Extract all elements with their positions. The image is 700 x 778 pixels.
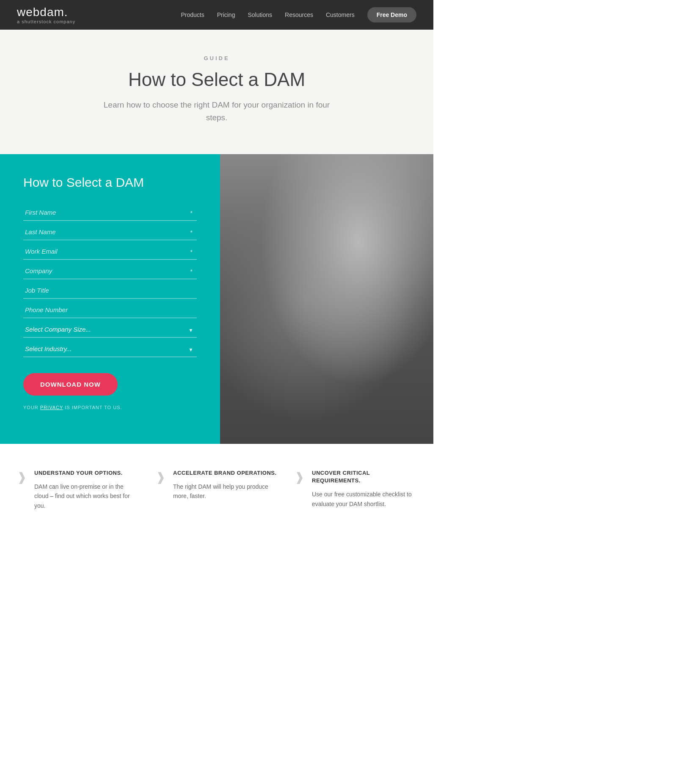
svg-point-39 — [357, 257, 392, 275]
hero-section: GUIDE How to Select a DAM Learn how to c… — [0, 30, 433, 154]
svg-text:Marketing: Marketing — [353, 230, 368, 234]
svg-rect-48 — [237, 409, 258, 435]
feature-2-title: ACCELERATE BRAND OPERATIONS. — [173, 469, 278, 477]
first-name-input[interactable] — [23, 205, 197, 221]
hero-image: DAM Marketing Design Distributors Sales — [220, 154, 433, 444]
logo-subtitle: a shutterstock company — [17, 19, 75, 24]
chevron-right-icon-3: ❱ — [295, 470, 304, 484]
svg-text:Design: Design — [413, 227, 423, 231]
svg-rect-0 — [220, 155, 433, 443]
work-email-input[interactable] — [23, 244, 197, 260]
svg-rect-22 — [283, 323, 327, 326]
feature-3-title: UNCOVER CRITICAL REQUIREMENTS. — [312, 469, 416, 485]
chevron-right-icon-1: ❱ — [17, 470, 27, 484]
nav-customers[interactable]: Customers — [326, 11, 355, 18]
svg-marker-36 — [364, 307, 372, 358]
svg-line-9 — [364, 231, 385, 240]
nav-pricing[interactable]: Pricing — [217, 11, 235, 18]
svg-text:Distributors: Distributors — [351, 264, 368, 268]
svg-rect-35 — [366, 307, 383, 350]
logo-area: webdam. a shutterstock company — [17, 6, 75, 24]
privacy-text-before: YOUR — [23, 405, 40, 410]
company-size-select[interactable]: Select Company Size... 1-50 51-200 201-1… — [23, 321, 197, 338]
work-email-group: * — [23, 244, 197, 260]
hero-title: How to Select a DAM — [17, 69, 416, 90]
svg-rect-42 — [376, 279, 385, 285]
job-title-input[interactable] — [23, 282, 197, 299]
last-name-input[interactable] — [23, 224, 197, 240]
feature-2-desc: The right DAM will help you produce more… — [173, 482, 278, 501]
privacy-text-after: IS IMPORTANT TO US. — [63, 405, 122, 410]
first-name-group: * — [23, 205, 197, 221]
svg-point-49 — [237, 406, 258, 413]
svg-rect-33 — [377, 363, 389, 413]
svg-point-27 — [289, 259, 321, 280]
feature-3-content: UNCOVER CRITICAL REQUIREMENTS. Use our f… — [312, 469, 416, 509]
svg-rect-31 — [322, 337, 339, 360]
svg-rect-3 — [349, 191, 430, 322]
svg-point-20 — [281, 295, 328, 371]
phone-number-group — [23, 302, 197, 318]
privacy-notice: YOUR PRIVACY IS IMPORTANT TO US. — [23, 405, 197, 410]
features-section: ❱ UNDERSTAND YOUR OPTIONS. DAM can live … — [0, 444, 433, 536]
required-star: * — [190, 210, 193, 216]
feature-3: ❱ UNCOVER CRITICAL REQUIREMENTS. Use our… — [295, 469, 416, 510]
form-panel: How to Select a DAM * * * * Select Compa… — [0, 154, 220, 444]
svg-rect-44 — [396, 294, 421, 328]
svg-rect-24 — [283, 336, 327, 340]
svg-rect-45 — [262, 401, 347, 444]
hero-subtitle: Learn how to choose the right DAM for yo… — [94, 99, 339, 125]
svg-rect-29 — [312, 267, 320, 301]
feature-1: ❱ UNDERSTAND YOUR OPTIONS. DAM can live … — [17, 469, 139, 510]
svg-rect-46 — [267, 404, 343, 444]
company-input[interactable] — [23, 263, 197, 279]
svg-point-38 — [357, 260, 392, 300]
svg-line-10 — [385, 229, 411, 240]
form-title: How to Select a DAM — [23, 175, 197, 190]
company-group: * — [23, 263, 197, 279]
download-wrapper: DOWNLOAD NOW — [23, 360, 197, 405]
feature-1-title: UNDERSTAND YOUR OPTIONS. — [34, 469, 139, 477]
svg-point-26 — [289, 263, 321, 301]
feature-1-desc: DAM can live on-premise or in the cloud … — [34, 482, 139, 510]
svg-marker-37 — [377, 307, 385, 358]
nav-resources[interactable]: Resources — [285, 11, 313, 18]
phone-number-input[interactable] — [23, 302, 197, 318]
svg-line-12 — [385, 257, 411, 267]
form-image-panel: DAM Marketing Design Distributors Sales — [220, 154, 433, 444]
feature-2-content: ACCELERATE BRAND OPERATIONS. The right D… — [173, 469, 278, 501]
required-star: * — [190, 268, 193, 275]
privacy-link[interactable]: PRIVACY — [40, 405, 63, 410]
feature-3-desc: Use our free customizable checklist to e… — [312, 490, 416, 509]
feature-1-content: UNDERSTAND YOUR OPTIONS. DAM can live on… — [34, 469, 139, 510]
logo: webdam. — [17, 6, 75, 19]
form-section: How to Select a DAM * * * * Select Compa… — [0, 154, 433, 444]
nav-links: Products Pricing Solutions Resources Cus… — [181, 7, 416, 22]
download-now-button[interactable]: DOWNLOAD NOW — [23, 373, 118, 396]
nav-solutions[interactable]: Solutions — [248, 11, 272, 18]
svg-rect-1 — [220, 367, 433, 443]
industry-group: Select Industry... Technology Healthcare… — [23, 341, 197, 357]
svg-rect-47 — [254, 418, 356, 423]
svg-text:DAM: DAM — [380, 246, 389, 251]
svg-rect-2 — [347, 189, 432, 324]
svg-line-11 — [364, 257, 385, 265]
svg-point-34 — [349, 297, 400, 369]
nav-products[interactable]: Products — [181, 11, 204, 18]
svg-text:Sales: Sales — [411, 266, 419, 269]
industry-select[interactable]: Select Industry... Technology Healthcare… — [23, 341, 197, 357]
job-title-group — [23, 282, 197, 299]
meeting-image-svg: DAM Marketing Design Distributors Sales — [220, 154, 433, 444]
svg-rect-41 — [365, 279, 374, 285]
required-star: * — [190, 249, 193, 255]
svg-rect-23 — [283, 329, 327, 333]
svg-rect-28 — [289, 267, 296, 301]
feature-2: ❱ ACCELERATE BRAND OPERATIONS. The right… — [156, 469, 278, 510]
company-size-group: Select Company Size... 1-50 51-200 201-1… — [23, 321, 197, 338]
svg-rect-30 — [309, 316, 328, 352]
chevron-right-icon-2: ❱ — [156, 470, 165, 484]
svg-rect-25 — [283, 343, 327, 346]
free-demo-button[interactable]: Free Demo — [367, 7, 416, 22]
last-name-group: * — [23, 224, 197, 240]
svg-point-40 — [363, 287, 386, 302]
